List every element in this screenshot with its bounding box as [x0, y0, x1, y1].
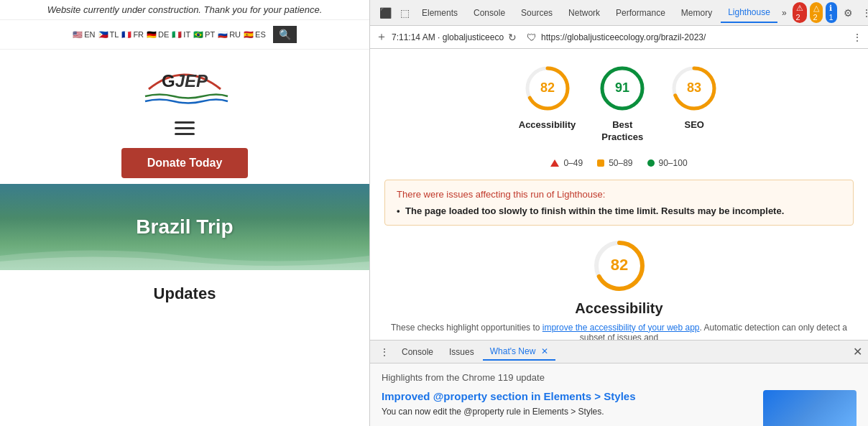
warn-badge: △ 2: [810, 2, 823, 23]
security-icon: 🛡: [527, 32, 537, 43]
tab-sources[interactable]: Sources: [514, 4, 560, 22]
highlights-label: Highlights from the Chrome 119 update: [382, 372, 857, 383]
svg-text:91: 91: [615, 80, 629, 95]
whats-new-item-title[interactable]: Improved @property section in Elements >…: [382, 390, 756, 402]
lang-tl[interactable]: 🇵🇭 TL: [98, 30, 119, 40]
issue-box: There were issues affecting this run of …: [384, 180, 854, 226]
hero-area: Brazil Trip: [0, 184, 369, 270]
updates-area: Updates: [0, 270, 369, 310]
issue-title: There were issues affecting this run of …: [397, 189, 841, 200]
score-label-seo: SEO: [685, 119, 704, 131]
score-seo: 83 SEO: [669, 63, 719, 144]
whats-new-item: Improved @property section in Elements >…: [382, 390, 857, 426]
legend-green: 90–100: [647, 158, 688, 168]
drawer-menu-button[interactable]: ⋮: [376, 343, 393, 361]
legend-triangle-icon: [550, 159, 559, 167]
drawer-content: Highlights from the Chrome 119 update Im…: [370, 364, 868, 426]
hero-title: Brazil Trip: [136, 216, 233, 239]
url-display: https://globaljusticeecology.org/brazil-…: [541, 32, 848, 42]
legend-red: 0–49: [550, 158, 583, 168]
big-score-section: 82 Accessibility These checks highlight …: [384, 237, 854, 340]
gjep-logo: GJEP: [134, 57, 235, 107]
big-score-circle: 82: [591, 237, 648, 295]
devtools-url-bar: ＋ 7:11:14 AM · globaljusticeeco ↻ 🛡 http…: [370, 26, 868, 49]
svg-text:82: 82: [540, 80, 554, 95]
lang-it[interactable]: 🇮🇹 IT: [172, 30, 190, 40]
timestamp: 7:11:14 AM · globaljusticeeco: [392, 32, 504, 42]
score-circle-seo: 83: [669, 63, 719, 114]
tabs-more-button[interactable]: »: [779, 5, 790, 21]
drawer-tabs: ⋮ Console Issues What's New ✕ ✕: [370, 341, 868, 364]
tab-console[interactable]: Console: [466, 4, 512, 22]
donate-button[interactable]: Donate Today: [121, 148, 249, 178]
logo-area: GJEP: [0, 50, 369, 114]
lang-pt[interactable]: 🇧🇷 PT: [193, 30, 215, 40]
whats-new-text: Improved @property section in Elements >…: [382, 390, 756, 417]
devtools-screencast-button[interactable]: ⬚: [397, 4, 413, 22]
drawer-tab-issues[interactable]: Issues: [442, 344, 481, 360]
error-badge: ⚠ 2: [793, 2, 807, 23]
whats-new-item-desc: You can now edit the @property rule in E…: [382, 407, 756, 417]
issue-item: The page loaded too slowly to finish wit…: [397, 205, 841, 216]
lighthouse-content: 82 Accessibility 91 BestPractices 83: [370, 49, 868, 340]
svg-text:83: 83: [687, 80, 701, 95]
hamburger-line-2: [175, 127, 195, 129]
accessibility-link[interactable]: improve the accessibility of your web ap…: [542, 323, 700, 333]
drawer-close-button[interactable]: ✕: [853, 345, 862, 358]
updates-title: Updates: [14, 284, 355, 303]
hamburger-line-3: [175, 133, 195, 135]
big-score-label: Accessibility: [575, 300, 662, 317]
bottom-drawer: ⋮ Console Issues What's New ✕ ✕ Highligh…: [370, 340, 868, 426]
lang-es[interactable]: 🇪🇸 ES: [244, 30, 266, 40]
tab-performance[interactable]: Performance: [609, 4, 673, 22]
info-badge: ℹ 1: [826, 2, 837, 23]
whats-new-close-icon[interactable]: ✕: [541, 346, 548, 356]
devtools-dock-button[interactable]: ⬛: [376, 4, 395, 22]
tab-lighthouse[interactable]: Lighthouse: [721, 3, 777, 23]
refresh-button[interactable]: ↻: [508, 32, 517, 43]
search-button[interactable]: 🔍: [273, 26, 297, 43]
lang-en[interactable]: 🇺🇸 EN: [73, 30, 95, 40]
tab-memory[interactable]: Memory: [674, 4, 719, 22]
whats-new-image: [763, 390, 857, 426]
drawer-tab-whats-new[interactable]: What's New ✕: [483, 343, 555, 361]
score-accessibility: 82 Accessibility: [519, 63, 576, 144]
scores-row: 82 Accessibility 91 BestPractices 83: [384, 63, 854, 144]
legend-orange: 50–89: [597, 158, 632, 168]
legend-circle-icon: [647, 159, 655, 167]
score-label-best-practices: BestPractices: [601, 119, 643, 144]
big-score-desc: These checks highlight opportunities to …: [384, 323, 854, 340]
add-tab-button[interactable]: ＋: [376, 29, 387, 45]
devtools-topbar: ⬛ ⬚ Elements Console Sources Network Per…: [370, 0, 868, 26]
hero-waves: [0, 241, 369, 270]
legend-row: 0–49 50–89 90–100: [384, 158, 854, 168]
score-label-accessibility: Accessibility: [519, 119, 576, 131]
lang-ru[interactable]: 🇷🇺 RU: [218, 30, 241, 40]
construction-banner: Website currently under construction. Th…: [0, 0, 369, 20]
hamburger-line-1: [175, 121, 195, 124]
hamburger-area: [0, 114, 369, 142]
settings-button[interactable]: ⚙: [840, 4, 857, 22]
svg-text:82: 82: [610, 256, 627, 274]
lang-de[interactable]: 🇩🇪 DE: [147, 30, 169, 40]
more-options-button[interactable]: ⋮: [858, 4, 868, 22]
devtools-panel: ⬛ ⬚ Elements Console Sources Network Per…: [369, 0, 868, 426]
drawer-tab-console[interactable]: Console: [394, 344, 440, 360]
svg-text:GJEP: GJEP: [162, 71, 208, 91]
legend-square-icon: [597, 159, 604, 167]
score-circle-accessibility: 82: [522, 63, 573, 114]
tab-elements[interactable]: Elements: [415, 4, 465, 22]
tab-network[interactable]: Network: [561, 4, 607, 22]
donate-area: Donate Today: [0, 142, 369, 184]
score-best-practices: 91 BestPractices: [597, 63, 647, 144]
lang-fr[interactable]: 🇫🇷 FR: [121, 30, 144, 40]
url-more-button[interactable]: ⋮: [852, 32, 862, 43]
hamburger-menu[interactable]: [172, 119, 198, 138]
language-bar: 🇺🇸 EN 🇵🇭 TL 🇫🇷 FR 🇩🇪 DE 🇮🇹 IT 🇧🇷 PT 🇷🇺 R…: [0, 20, 369, 50]
website-panel: Website currently under construction. Th…: [0, 0, 369, 426]
score-circle-best-practices: 91: [597, 63, 647, 114]
